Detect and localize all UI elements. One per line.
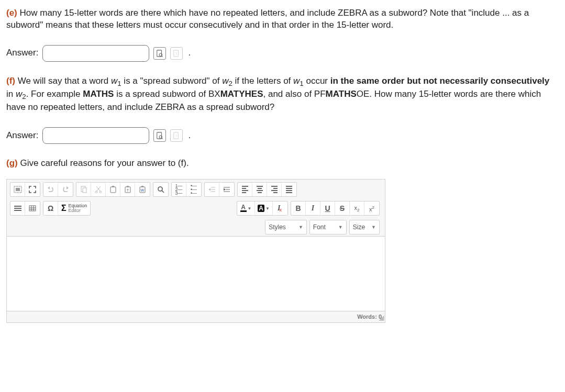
unordered-list-icon[interactable]: •—•—•— bbox=[186, 183, 201, 196]
toolbar-row-1: T W 1—2—3— •—•—•— bbox=[7, 180, 385, 198]
size-select[interactable]: Size▼ bbox=[349, 220, 380, 234]
align-center-icon[interactable] bbox=[252, 183, 267, 196]
strike-button[interactable]: S bbox=[335, 201, 350, 215]
answer-row-e: Answer: ? . bbox=[6, 45, 559, 62]
copy-icon[interactable] bbox=[76, 183, 91, 196]
align-left-icon[interactable] bbox=[238, 183, 252, 196]
svg-rect-22 bbox=[141, 186, 143, 187]
preview-icon[interactable] bbox=[153, 129, 166, 142]
svg-rect-16 bbox=[110, 187, 116, 193]
editor-status-bar: Words: 0 ◢ bbox=[7, 311, 385, 322]
svg-rect-32 bbox=[29, 206, 36, 211]
special-char-icon[interactable]: Ω bbox=[43, 201, 58, 215]
svg-rect-12 bbox=[81, 186, 85, 192]
svg-text:T: T bbox=[126, 188, 129, 192]
svg-text:?: ? bbox=[175, 134, 178, 138]
svg-point-15 bbox=[99, 191, 102, 193]
font-select[interactable]: Font▼ bbox=[309, 220, 347, 234]
question-e-text: How many 15-letter words are there which… bbox=[6, 8, 529, 30]
answer-period-f: . bbox=[188, 130, 191, 142]
equation-editor-button[interactable]: Σ Equation Editor bbox=[58, 201, 90, 215]
redo-icon[interactable] bbox=[58, 183, 73, 196]
svg-text:?: ? bbox=[175, 52, 178, 55]
answer-input-e[interactable] bbox=[42, 45, 149, 62]
svg-rect-17 bbox=[112, 186, 114, 187]
cut-icon[interactable] bbox=[91, 183, 106, 196]
toolbar-row-3: Styles▼ Font▼ Size▼ bbox=[7, 217, 385, 236]
superscript-button[interactable]: x2 bbox=[364, 201, 379, 215]
background-color-button[interactable]: A▼ bbox=[255, 201, 273, 215]
question-e: (e) How many 15-letter words are there w… bbox=[6, 7, 559, 31]
link-icon[interactable] bbox=[10, 201, 25, 215]
align-justify-icon[interactable] bbox=[282, 183, 296, 196]
question-g-label: (g) bbox=[6, 158, 18, 168]
answer-input-f[interactable] bbox=[42, 127, 149, 144]
question-g-text: Give careful reasons for your answer to … bbox=[18, 158, 189, 168]
clear-format-icon[interactable]: Ix bbox=[273, 201, 287, 215]
paste-word-icon[interactable]: W bbox=[135, 183, 150, 196]
source-icon[interactable] bbox=[10, 183, 25, 196]
underline-button[interactable]: U bbox=[320, 201, 335, 215]
table-icon[interactable] bbox=[25, 201, 40, 215]
ordered-list-icon[interactable]: 1—2—3— bbox=[172, 183, 186, 196]
svg-rect-18 bbox=[125, 187, 130, 193]
question-g: (g) Give careful reasons for your answer… bbox=[6, 158, 559, 170]
answer-row-f: Answer: ? . bbox=[6, 127, 559, 144]
indent-icon[interactable] bbox=[219, 183, 234, 196]
answer-label-f: Answer: bbox=[6, 130, 38, 142]
help-icon: ? bbox=[170, 129, 183, 142]
paste-text-icon[interactable]: T bbox=[120, 183, 135, 196]
undo-icon[interactable] bbox=[43, 183, 58, 196]
svg-rect-19 bbox=[127, 186, 129, 187]
find-icon[interactable] bbox=[153, 183, 168, 196]
resize-handle-icon[interactable]: ◢ bbox=[379, 313, 384, 322]
bold-button[interactable]: B bbox=[291, 201, 306, 215]
answer-period-e: . bbox=[188, 47, 191, 59]
editor-textarea[interactable] bbox=[7, 236, 385, 311]
svg-point-24 bbox=[158, 187, 162, 191]
help-icon: ? bbox=[170, 47, 183, 60]
preview-icon[interactable] bbox=[153, 47, 166, 60]
svg-rect-21 bbox=[140, 187, 145, 193]
question-f-label: (f) bbox=[6, 76, 15, 86]
italic-button[interactable]: I bbox=[306, 201, 320, 215]
text-color-button[interactable]: A▼ bbox=[237, 201, 255, 215]
svg-rect-11 bbox=[16, 188, 20, 191]
paste-icon[interactable] bbox=[106, 183, 120, 196]
svg-line-25 bbox=[162, 191, 164, 193]
svg-rect-10 bbox=[14, 186, 21, 193]
answer-label-e: Answer: bbox=[6, 47, 38, 59]
toolbar-row-2: Ω Σ Equation Editor A▼ A▼ Ix bbox=[7, 198, 385, 217]
question-e-label: (e) bbox=[6, 8, 17, 18]
question-f: (f) We will say that a word w1 is a "spr… bbox=[6, 75, 559, 114]
svg-point-14 bbox=[95, 191, 97, 193]
subscript-button[interactable]: x2 bbox=[350, 201, 364, 215]
svg-rect-13 bbox=[83, 188, 86, 193]
align-right-icon[interactable] bbox=[267, 183, 282, 196]
word-count: Words: 0 bbox=[357, 313, 382, 320]
maximize-icon[interactable] bbox=[25, 183, 40, 196]
rich-text-editor: T W 1—2—3— •—•—•— Ω Σ bbox=[6, 179, 385, 323]
styles-select[interactable]: Styles▼ bbox=[265, 220, 307, 234]
outdent-icon[interactable] bbox=[205, 183, 219, 196]
svg-text:W: W bbox=[141, 188, 145, 192]
